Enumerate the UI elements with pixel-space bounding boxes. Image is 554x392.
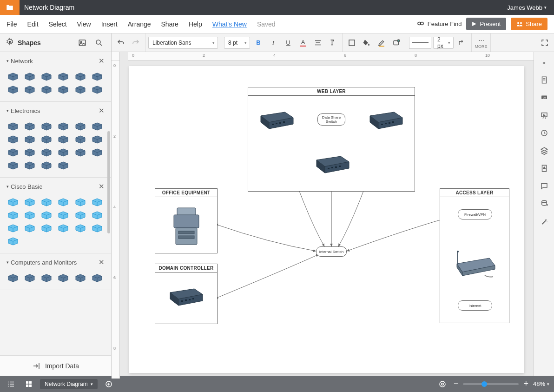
canvas-page[interactable]: WEB LAYER Data Share Switch [129, 66, 524, 373]
data-icon[interactable] [537, 196, 552, 211]
border-color-icon[interactable] [375, 36, 388, 49]
shape-item[interactable] [23, 134, 36, 145]
zoom-level[interactable]: 48%▾ [533, 380, 549, 387]
shape-item[interactable] [57, 85, 70, 95]
switch-device[interactable] [257, 110, 297, 133]
shape-item[interactable] [74, 85, 87, 95]
shape-item[interactable] [74, 197, 87, 207]
comments-icon[interactable]: 99 [537, 90, 552, 105]
shape-item[interactable] [7, 147, 20, 158]
shape-item[interactable] [91, 197, 104, 207]
shape-item[interactable] [7, 223, 20, 233]
shape-item[interactable] [74, 223, 87, 233]
shape-item[interactable] [23, 160, 36, 171]
menu-whats-new[interactable]: What's New [212, 20, 247, 28]
shape-category-header[interactable]: ▾Network ✕ [0, 52, 111, 70]
shape-item[interactable] [74, 273, 87, 283]
shape-item[interactable] [91, 210, 104, 220]
close-icon[interactable]: ✕ [99, 182, 105, 191]
firewall-vpn-label[interactable]: Firewall/VPN [458, 209, 492, 219]
image-icon[interactable] [76, 36, 89, 49]
shape-item[interactable] [91, 147, 104, 158]
menu-view[interactable]: View [77, 20, 91, 28]
shape-item[interactable] [91, 121, 104, 132]
list-view-icon[interactable] [5, 378, 18, 391]
shape-item[interactable] [91, 72, 104, 82]
shape-item[interactable] [23, 273, 36, 283]
import-data-button[interactable]: Import Data [0, 355, 111, 376]
shape-item[interactable] [40, 223, 53, 233]
copier-device[interactable] [170, 206, 203, 249]
shape-item[interactable] [57, 121, 70, 132]
internet-label[interactable]: Internet [458, 300, 492, 311]
shape-item[interactable] [7, 121, 20, 132]
shape-item[interactable] [7, 236, 20, 246]
present-button[interactable]: Present [466, 18, 506, 30]
shape-item[interactable] [7, 160, 20, 171]
sidebar-scrollbar[interactable] [107, 131, 110, 233]
shape-item[interactable] [23, 85, 36, 95]
menu-share[interactable]: Share [161, 20, 178, 28]
shape-item[interactable] [74, 134, 87, 145]
undo-icon[interactable] [114, 36, 127, 49]
shape-item[interactable] [74, 210, 87, 220]
stroke-width-select[interactable]: 2 px [433, 37, 454, 49]
user-menu[interactable]: James Webb▾ [507, 4, 554, 11]
layers-icon[interactable] [537, 143, 552, 158]
align-icon[interactable] [311, 36, 324, 49]
router-device[interactable] [452, 250, 497, 281]
menu-file[interactable]: File [7, 20, 17, 28]
close-icon[interactable]: ✕ [99, 106, 105, 115]
internal-switch-label[interactable]: Internal Switch [316, 246, 347, 257]
chat-icon[interactable] [537, 179, 552, 193]
presentation-icon[interactable] [537, 108, 552, 123]
underline-icon[interactable]: U [282, 36, 295, 49]
collapse-panel-icon[interactable]: « [537, 55, 552, 70]
shape-item[interactable] [91, 273, 104, 283]
page-settings-icon[interactable] [537, 73, 552, 87]
shape-item[interactable] [7, 273, 20, 283]
font-select[interactable]: Liberation Sans [148, 37, 218, 49]
zoom-in-icon[interactable]: + [523, 379, 528, 389]
shape-item[interactable] [57, 223, 70, 233]
menu-help[interactable]: Help [189, 20, 202, 28]
search-icon[interactable] [92, 36, 106, 49]
shape-item[interactable] [7, 197, 20, 207]
font-size-select[interactable]: 8 pt [224, 37, 250, 49]
close-icon[interactable]: ✕ [99, 258, 105, 266]
shape-item[interactable] [40, 147, 53, 158]
switch-device[interactable] [166, 287, 206, 309]
master-page-icon[interactable] [537, 161, 552, 176]
shape-item[interactable] [23, 121, 36, 132]
shape-item[interactable] [40, 121, 53, 132]
shape-item[interactable] [91, 134, 104, 145]
shape-item[interactable] [40, 85, 53, 95]
shape-item[interactable] [40, 210, 53, 220]
connector-icon[interactable] [455, 36, 468, 49]
menu-select[interactable]: Select [49, 20, 67, 28]
more-icon[interactable]: ⋯ [475, 37, 488, 44]
shape-item[interactable] [7, 134, 20, 145]
shape-category-header[interactable]: ▾Electronics ✕ [0, 102, 111, 120]
shape-item[interactable] [57, 210, 70, 220]
data-share-switch-label[interactable]: Data Share Switch [317, 113, 345, 126]
shape-item[interactable] [40, 72, 53, 82]
shape-item[interactable] [23, 147, 36, 158]
shape-item[interactable] [23, 210, 36, 220]
magic-icon[interactable] [537, 214, 552, 229]
shape-item[interactable] [57, 147, 70, 158]
shape-category-header[interactable]: ▾Cisco Basic ✕ [0, 178, 111, 195]
shape-item[interactable] [40, 160, 53, 171]
close-icon[interactable]: ✕ [99, 57, 105, 65]
menu-insert[interactable]: Insert [101, 20, 118, 28]
shape-item[interactable] [57, 273, 70, 283]
shape-style-icon[interactable] [390, 36, 403, 49]
shape-item[interactable] [74, 121, 87, 132]
shape-item[interactable] [7, 210, 20, 220]
switch-device[interactable] [313, 154, 352, 177]
shape-item[interactable] [7, 72, 20, 82]
add-page-icon[interactable] [102, 378, 115, 391]
folder-icon[interactable] [0, 0, 20, 15]
redo-icon[interactable] [129, 36, 142, 49]
shape-item[interactable] [74, 72, 87, 82]
